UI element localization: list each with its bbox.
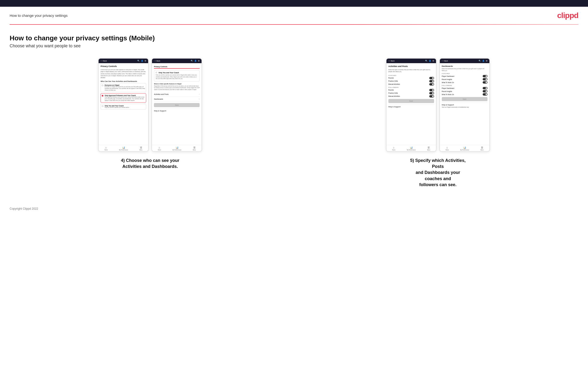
coaches-manual-toggle[interactable] [429,83,434,85]
dashboards-desc: Select the dashboards that you'd like to… [442,68,487,72]
logo: clippd [557,11,578,20]
help-support-2: Help & Support [154,108,200,112]
profile-icon-4[interactable]: 👤 [482,60,484,62]
phone-bottom-nav-1: ⌂ Home 📊 My Performance ☰ Menu [99,145,148,151]
menu-dashboards[interactable]: Dashboards › [154,97,200,102]
chevron-left-icon-4: ‹ [442,60,442,62]
coaches-what-to-work-row: What To Work On [442,81,487,83]
coaches-what-to-work-label: What To Work On [442,82,454,83]
show-hide-body: Regardless of the privacy controls that … [154,85,200,91]
header: How to change your privacy settings clip… [0,7,588,24]
followers-manual-row: Manual Activities [388,95,434,98]
followers-round-insights-toggle[interactable] [483,90,487,92]
followers-label-3: FOLLOWERS [388,87,434,88]
followers-player-dashboard-toggle[interactable] [483,87,487,89]
only-you-coach-popup: Only You and Your Coach Only you and the… [154,70,200,81]
profile-icon-3[interactable]: 👤 [429,60,431,62]
coaches-drills-label: Practice Drills [388,80,398,82]
followers-round-insights-row: Round Insights [442,90,487,92]
who-can-see-label: Who Can See Your Activities and Dashboar… [101,80,146,82]
followers-player-dashboard-row: Player Dashboard [442,87,487,89]
followers-label-4: FOLLOWERS [442,85,487,86]
popup-radio [156,72,157,73]
nav-my-performance-2[interactable]: 📊 My Performance [173,146,181,150]
caption-4: 4) Choose who can see your Activities an… [119,158,181,170]
radio-everyone[interactable]: Everyone on Clippd Everyone on Clippd ca… [101,83,146,92]
nav-menu-4[interactable]: ☰ Menu [481,146,484,150]
screenshot-group-1: ‹ < Back 🔍 👤 ⚙ Privacy Controls Control … [10,58,291,170]
nav-home-2[interactable]: ⌂ Home [158,146,161,150]
menu-icon-1: ☰ [140,146,142,149]
coaches-player-dashboard-toggle[interactable] [483,75,487,77]
search-icon-4[interactable]: 🔍 [479,60,481,62]
nav-home-3[interactable]: ⌂ Home [392,146,395,150]
coaches-manual-label: Manual Activities [388,83,400,85]
coaches-round-insights-label: Round Insights [442,79,452,80]
back-button-3[interactable]: ‹ < Back [388,60,395,62]
top-bar [0,0,588,7]
phone-content-4: Dashboards Select the dashboards that yo… [440,63,489,145]
profile-icon[interactable]: 👤 [141,60,143,62]
settings-icon-4[interactable]: ⚙ [486,60,487,62]
settings-icon[interactable]: ⚙ [145,60,146,62]
nav-menu-1[interactable]: ☰ Menu [139,146,143,150]
followers-round-insights-label: Round Insights [442,91,452,92]
search-icon-2[interactable]: 🔍 [191,60,193,62]
phone-bottom-nav-3: ⌂ Home 📊 My Performance ☰ Menu [387,145,436,151]
radio-approved[interactable]: Only Approved Followers and Your Coach O… [101,93,146,103]
profile-icon-2[interactable]: 👤 [194,60,197,62]
coaches-drills-toggle[interactable] [429,80,434,82]
coaches-drills-row: Practice Drills [388,80,434,82]
popup-body: Only you and the coaches you connect wit… [156,74,198,80]
settings-icon-2[interactable]: ⚙ [198,60,200,62]
chevron-left-icon-3: ‹ [388,60,389,62]
save-button-3[interactable]: Save [388,99,434,103]
nav-icons-2: 🔍 👤 ⚙ [191,60,200,62]
coaches-round-insights-row: Round Insights [442,78,487,80]
privacy-controls-title: Privacy Controls [101,65,146,67]
chevron-right-dashboards: › [199,98,200,100]
radio-only-you[interactable]: Only You and Your Coach Only you and the… [101,104,146,109]
nav-my-performance-1[interactable]: 📊 My Performance [119,146,128,150]
back-button-4[interactable]: ‹ < Back [442,60,448,62]
help-support-3: Help & Support [388,104,434,108]
followers-manual-toggle[interactable] [429,95,434,98]
nav-my-performance-3[interactable]: 📊 My Performance [407,146,416,150]
followers-drills-row: Practice Drills [388,92,434,94]
nav-home-4[interactable]: ⌂ Home [446,146,449,150]
back-button-1[interactable]: ‹ < Back [101,60,107,62]
followers-rounds-row: Rounds [388,89,434,91]
screenshots-row: ‹ < Back 🔍 👤 ⚙ Privacy Controls Control … [10,58,578,188]
coaches-player-dashboard-row: Player Dashboard [442,75,487,77]
privacy-controls-body: Control how you and your data appears to… [101,69,146,79]
menu-icon-2: ☰ [193,146,196,149]
page-subtitle: Choose what you want people to see [10,43,578,49]
phone-screen-3: ‹ < Back 🔍 👤 ⚙ Activities and Posts Sele… [386,58,436,152]
show-hide-title: Show or hide specific features in Clippd [154,83,200,84]
followers-what-to-work-toggle[interactable] [483,93,487,96]
main-content: How to change your privacy settings (Mob… [0,25,588,202]
followers-rounds-toggle[interactable] [429,89,434,91]
phone-content-2: Privacy Controls Only You and Your Coach… [152,63,201,145]
followers-manual-label: Manual Activities [388,95,400,97]
search-icon-3[interactable]: 🔍 [425,60,428,62]
phone-nav-1: ‹ < Back 🔍 👤 ⚙ [99,58,148,63]
menu-activities-posts[interactable]: Activities and Posts › [154,92,200,97]
activities-posts-desc: Select the types of activity that you'd … [388,69,434,73]
nav-home-1[interactable]: ⌂ Home [104,146,107,150]
save-button-2[interactable]: Save [154,103,200,107]
settings-icon-3[interactable]: ⚙ [432,60,434,62]
back-button-2[interactable]: ‹ < Back [154,60,160,62]
nav-menu-2[interactable]: ☰ Menu [193,146,196,150]
coaches-rounds-toggle[interactable] [429,77,434,79]
coaches-round-insights-toggle[interactable] [483,78,487,80]
search-icon[interactable]: 🔍 [137,60,140,62]
nav-my-performance-4[interactable]: 📊 My Performance [460,146,469,150]
nav-menu-3[interactable]: ☰ Menu [427,146,430,150]
home-icon-2: ⌂ [159,146,160,149]
coaches-label-3: COACHES [388,75,434,76]
double-screens-1-2: ‹ < Back 🔍 👤 ⚙ Privacy Controls Control … [98,58,202,152]
coaches-what-to-work-toggle[interactable] [483,81,487,83]
followers-drills-toggle[interactable] [429,92,434,94]
save-button-4[interactable]: Save [442,97,487,101]
